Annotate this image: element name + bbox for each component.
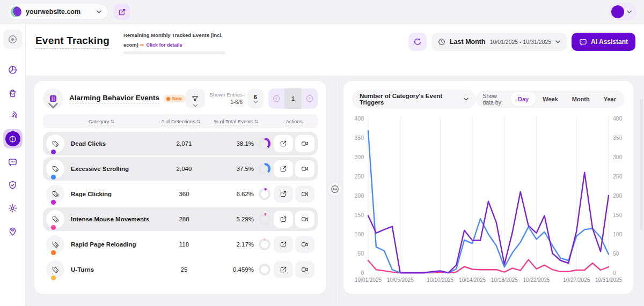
open-event-button[interactable] [274,261,293,278]
metric-select-value: Number of Category's Event Triggers [360,93,464,106]
tag-icon [52,266,60,274]
svg-text:10/27/2025: 10/27/2025 [563,277,590,283]
ai-assistant-button[interactable]: AI Assistant [572,33,635,51]
svg-text:10/14/2025: 10/14/2025 [459,277,486,283]
open-event-button[interactable] [274,135,293,152]
video-camera-icon [301,140,309,147]
category-icon-circle [46,210,64,228]
next-page-button[interactable] [302,88,318,109]
panels-area: Alarming Behavior Events New Shown Entri… [26,76,644,306]
watch-recordings-button[interactable] [295,135,314,152]
watch-recordings-button[interactable] [295,261,314,278]
shown-entries-value: 1-6/6 [210,99,243,106]
category-name: U-Turns [71,266,94,273]
scrollbar[interactable] [640,99,643,230]
granularity-week-button[interactable]: Week [536,92,565,106]
watch-recordings-button[interactable] [295,236,314,253]
table-view-selector[interactable] [43,88,63,109]
open-site-button[interactable] [114,4,130,20]
user-menu[interactable] [609,3,636,21]
prev-page-button[interactable] [268,88,284,109]
column-header--of-detections[interactable]: # of Detections⇅ [160,118,202,124]
percent-donut [259,264,270,275]
current-page[interactable]: 1 [284,88,302,109]
table-row[interactable]: Dead Clicks2,07138.1% [43,132,318,155]
svg-text:400: 400 [354,115,364,122]
detections-count: 2,071 [163,140,205,147]
shield-check-icon [8,180,18,190]
granularity-month-button[interactable]: Month [565,92,597,106]
sidebar-item-radar[interactable] [3,106,23,125]
metric-select[interactable]: Number of Category's Event Triggers [352,89,476,109]
chevron-down-icon [464,98,469,101]
granularity-switch: Show data by: DayWeekMonthYear [476,91,625,108]
open-event-button[interactable] [274,160,293,177]
category-name: Dead Clicks [71,140,106,147]
watch-recordings-button[interactable] [295,211,314,228]
site-favicon [11,6,21,17]
column-header--of-total-events[interactable]: % of Total Events⇅ [202,118,270,124]
sidebar-item-location-person[interactable] [3,221,23,241]
sidebar-item-shield-check[interactable] [3,175,23,195]
svg-text:10/10/2025: 10/10/2025 [427,277,453,283]
video-camera-icon [301,215,309,223]
date-range-picker[interactable]: Last Month 10/01/2025 - 10/31/2025 [431,33,567,51]
sidebar-item-chat[interactable] [3,152,23,171]
sidebar-item-event-target[interactable] [3,129,23,148]
chart-panel-header: Number of Category's Event Triggers Show… [352,89,625,109]
sidebar-item-shopping-bag[interactable] [3,83,23,102]
sidebar-item-pie-chart[interactable] [3,60,23,79]
tag-icon [52,241,60,249]
open-event-button[interactable] [274,211,293,228]
category-name: Rage Clicking [71,191,112,197]
watch-recordings-button[interactable] [295,160,314,177]
shopping-bag-icon [8,88,18,98]
column-header-actions: Actions [270,118,318,124]
table-row[interactable]: Excessive Scrolling2,04037.5% [43,157,318,181]
svg-text:300: 300 [613,154,623,160]
percent-of-total: 2.17% [236,241,254,248]
tag-icon [52,215,60,223]
external-link-icon [280,215,287,223]
table-row[interactable]: Intense Mouse Movements2885.29% [43,207,318,231]
period-label: Last Month [450,38,486,46]
table-row[interactable]: Rage Clicking3606.62% [43,182,318,206]
svg-text:0: 0 [613,270,616,276]
percent-of-total: 0.459% [233,266,254,273]
column-header-category[interactable]: Category⇅ [43,118,160,124]
chevron-down-icon [627,10,632,13]
page-size-select[interactable]: 6 [247,89,264,108]
refresh-button[interactable] [408,33,427,51]
svg-text:300: 300 [354,154,364,160]
chevron-down-icon [193,104,197,107]
table-panel-header: Alarming Behavior Events New Shown Entri… [43,88,318,109]
sidebar-item-settings-gear[interactable] [3,198,23,218]
filter-button[interactable] [186,89,205,108]
panel-resize-handle[interactable] [327,182,342,197]
site-name: yourwebsite.com [26,8,92,16]
external-link-icon [280,190,287,198]
open-event-button[interactable] [274,185,293,203]
site-selector[interactable]: yourwebsite.com [8,4,108,20]
ai-assistant-label: AI Assistant [591,38,628,46]
sidebar-item-collapse-sidebar[interactable] [3,29,23,49]
open-event-button[interactable] [274,236,293,253]
avatar [611,5,624,18]
tag-icon [52,140,60,148]
tag-icon [52,190,60,198]
watch-recordings-button[interactable] [295,185,314,203]
detections-count: 25 [163,266,205,273]
remaining-events-block: Remaining Monthly Tracked Events (incl. … [123,29,225,54]
table-row[interactable]: Rapid Page Reloading1182.17% [43,233,318,256]
percent-donut [259,213,270,225]
svg-text:350: 350 [613,135,623,141]
granularity-year-button[interactable]: Year [597,92,623,106]
percent-donut [259,163,270,175]
details-link[interactable]: Click for details [147,42,182,48]
granularity-day-button[interactable]: Day [511,92,536,106]
percent-of-total: 5.29% [236,216,254,222]
svg-text:10/18/2025: 10/18/2025 [491,277,518,283]
table-row[interactable]: U-Turns250.459% [43,258,318,281]
video-camera-icon [301,190,309,198]
chat-icon [579,38,587,46]
